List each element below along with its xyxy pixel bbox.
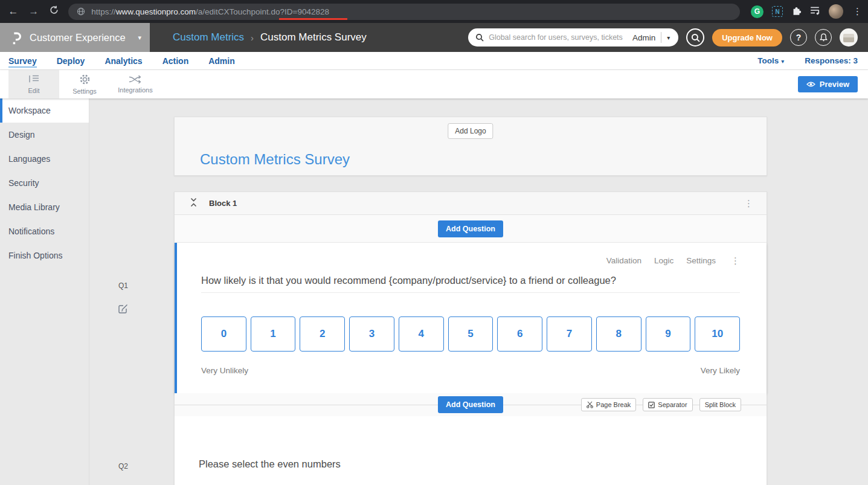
question-text-q2[interactable]: Please select the even numbers <box>199 458 742 470</box>
module-nav: Survey Deploy Analytics Action Admin Too… <box>0 52 868 70</box>
product-caret-icon: ▾ <box>138 34 141 42</box>
question-number-q1: Q1 <box>118 281 128 290</box>
extensions-puzzle-icon[interactable] <box>791 5 802 18</box>
nps-option-1[interactable]: 1 <box>251 316 296 352</box>
page-break-button[interactable]: Page Break <box>581 398 636 411</box>
question-menu-icon[interactable]: ⋮ <box>731 256 740 265</box>
nps-option-9[interactable]: 9 <box>646 316 691 352</box>
question-card-q1[interactable]: Validation Logic Settings ⋮ How likely i… <box>175 243 767 393</box>
browser-chrome: ← → https://www.questionpro.com/a/editCX… <box>0 0 868 23</box>
block-header: Block 1 ⋮ <box>175 192 767 215</box>
url-bar[interactable]: https://www.questionpro.com/a/editCXTouc… <box>68 4 740 20</box>
nps-option-6[interactable]: 6 <box>497 316 542 352</box>
add-question-row-top: Add Question <box>175 215 767 243</box>
back-icon[interactable]: ← <box>6 5 21 18</box>
settings-link[interactable]: Settings <box>686 256 716 265</box>
separator-button[interactable]: Separator <box>643 398 692 411</box>
nps-option-10[interactable]: 10 <box>695 316 740 352</box>
toolbar-tab-label: Integrations <box>118 86 152 94</box>
survey-toolbar: Edit Settings Integrations Preview <box>0 70 868 98</box>
url-text: https://www.questionpro.com/a/editCXTouc… <box>91 7 329 16</box>
scissors-icon <box>587 401 593 408</box>
upgrade-now-button[interactable]: Upgrade Now <box>712 29 782 47</box>
breadcrumb-parent-link[interactable]: Custom Metrics <box>173 31 244 43</box>
global-search-button[interactable] <box>686 28 704 47</box>
split-block-button[interactable]: Split Block <box>699 398 741 411</box>
toolbar-tab-integrations[interactable]: Integrations <box>110 70 161 98</box>
global-search-box: Admin ▾ <box>468 28 678 47</box>
grammarly-extension-icon[interactable]: G <box>751 5 764 18</box>
collapse-block-icon[interactable] <box>190 198 197 210</box>
nps-option-8[interactable]: 8 <box>596 316 641 352</box>
nav-tab-admin[interactable]: Admin <box>208 52 235 69</box>
sidebar-item-workspace[interactable]: Workspace <box>0 98 89 123</box>
notifications-button[interactable] <box>815 29 832 46</box>
browser-profile-avatar[interactable] <box>829 4 843 19</box>
media-playlist-icon[interactable] <box>810 6 820 18</box>
breadcrumb: Custom Metrics › Custom Metrics Survey <box>173 31 367 43</box>
sidebar-item-security[interactable]: Security <box>0 171 89 195</box>
breadcrumb-separator-icon: › <box>251 33 254 43</box>
sidebar-item-design[interactable]: Design <box>0 123 89 147</box>
search-scope-caret-icon[interactable]: ▾ <box>661 34 672 41</box>
preview-button[interactable]: Preview <box>798 76 858 92</box>
bell-icon <box>820 33 828 42</box>
sidebar-item-notifications[interactable]: Notifications <box>0 219 89 243</box>
sidebar-item-finish-options[interactable]: Finish Options <box>0 243 89 268</box>
add-logo-button[interactable]: Add Logo <box>448 123 493 139</box>
tools-caret-icon: ▾ <box>781 58 784 65</box>
nav-tab-deploy[interactable]: Deploy <box>57 52 85 69</box>
nps-option-0[interactable]: 0 <box>201 316 246 352</box>
block-card: Block 1 ⋮ Add Question Validation Logic … <box>174 191 767 485</box>
add-question-button[interactable]: Add Question <box>438 396 503 413</box>
block-menu-icon[interactable]: ⋮ <box>744 199 753 208</box>
nps-option-3[interactable]: 3 <box>349 316 394 352</box>
eye-icon <box>806 81 815 88</box>
toolbar-tab-settings[interactable]: Settings <box>59 70 110 98</box>
url-query-annotated: ?ID=9042828 <box>280 7 329 16</box>
app-header: Customer Experience ▾ Custom Metrics › C… <box>0 23 868 52</box>
question-card-q2[interactable]: Please select the even numbers <box>175 416 767 485</box>
sidebar: Workspace Design Languages Security Medi… <box>0 98 89 485</box>
nps-option-5[interactable]: 5 <box>448 316 493 352</box>
toolbar-tab-label: Settings <box>72 88 97 95</box>
nps-option-2[interactable]: 2 <box>300 316 345 352</box>
questionpro-logo <box>10 29 23 46</box>
add-question-button[interactable]: Add Question <box>438 220 503 237</box>
survey-header-card: Add Logo Custom Metrics Survey <box>174 117 767 176</box>
question-menu: Validation Logic Settings ⋮ <box>201 243 740 265</box>
product-switcher[interactable]: Customer Experience ▾ <box>0 23 150 52</box>
sidebar-item-languages[interactable]: Languages <box>0 147 89 171</box>
question-edit-icon[interactable] <box>117 303 129 317</box>
question-number-q2: Q2 <box>118 462 128 471</box>
block-actions: Page Break Separator Split Block <box>581 398 741 411</box>
sidebar-item-media-library[interactable]: Media Library <box>0 195 89 219</box>
toolbar-tab-edit[interactable]: Edit <box>8 70 59 98</box>
nav-tab-survey[interactable]: Survey <box>8 52 37 69</box>
tools-dropdown[interactable]: Tools▾ <box>757 56 784 65</box>
logic-link[interactable]: Logic <box>654 256 674 265</box>
global-search-input[interactable] <box>489 33 627 42</box>
help-button[interactable]: ? <box>790 29 807 46</box>
browser-menu-icon[interactable]: ⋮ <box>853 6 862 17</box>
nav-tab-action[interactable]: Action <box>162 52 189 69</box>
nps-option-4[interactable]: 4 <box>399 316 444 352</box>
user-avatar[interactable] <box>840 28 858 47</box>
nps-right-label: Very Likely <box>701 366 740 375</box>
settings-gear-icon <box>79 74 91 85</box>
nav-tab-analytics[interactable]: Analytics <box>104 52 142 69</box>
search-icon <box>475 33 484 42</box>
nps-option-7[interactable]: 7 <box>547 316 592 352</box>
validation-link[interactable]: Validation <box>606 256 641 265</box>
site-info-icon[interactable] <box>77 7 85 16</box>
forward-icon[interactable]: → <box>27 5 41 18</box>
responses-count[interactable]: Responses: 3 <box>805 56 858 65</box>
breadcrumb-current: Custom Metrics Survey <box>260 31 367 43</box>
survey-title[interactable]: Custom Metrics Survey <box>200 151 350 168</box>
clipper-extension-icon[interactable]: N <box>772 6 783 17</box>
integrations-icon <box>129 75 142 84</box>
workspace-main: Workspace Design Languages Security Medi… <box>0 98 868 485</box>
help-icon: ? <box>796 33 802 42</box>
reload-icon[interactable] <box>47 5 62 18</box>
question-text-q1[interactable]: How likely is it that you would recommen… <box>201 275 740 293</box>
